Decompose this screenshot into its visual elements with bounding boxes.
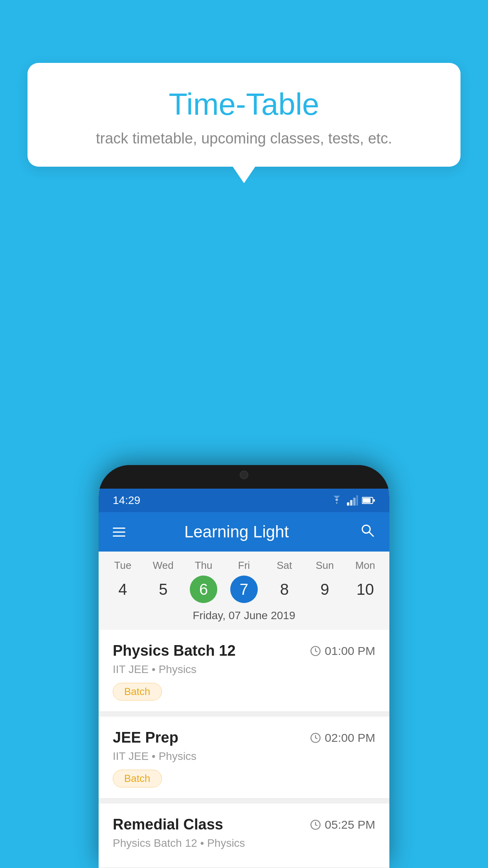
day-col-sun[interactable]: Sun9 <box>307 559 343 603</box>
day-col-sat[interactable]: Sat8 <box>267 559 302 603</box>
day-name: Mon <box>355 559 375 572</box>
item-time: 02:00 PM <box>310 731 375 745</box>
day-col-wed[interactable]: Wed5 <box>145 559 181 603</box>
day-name: Fri <box>238 559 250 572</box>
status-icons <box>330 495 375 506</box>
day-number[interactable]: 10 <box>351 576 379 603</box>
item-header: Physics Batch 12 01:00 PM <box>113 642 375 659</box>
menu-icon[interactable] <box>113 528 125 537</box>
svg-rect-3 <box>356 495 358 506</box>
clock-icon <box>310 819 321 830</box>
day-number[interactable]: 9 <box>311 576 339 603</box>
schedule-list: Physics Batch 12 01:00 PM IIT JEE • Phys… <box>99 630 389 868</box>
day-number[interactable]: 7 <box>230 576 258 603</box>
day-name: Sun <box>316 559 334 572</box>
clock-icon <box>310 645 321 657</box>
svg-rect-0 <box>347 502 349 506</box>
search-icon[interactable] <box>360 522 375 542</box>
phone-mockup: 14:29 <box>99 465 389 868</box>
item-title: JEE Prep <box>113 729 178 746</box>
signal-icon <box>347 495 358 506</box>
status-time: 14:29 <box>113 494 140 507</box>
day-col-tue[interactable]: Tue4 <box>105 559 140 603</box>
day-number[interactable]: 5 <box>149 576 177 603</box>
app-bar: Learning Light <box>99 512 389 552</box>
day-name: Thu <box>195 559 213 572</box>
calendar-bar: Tue4Wed5Thu6Fri7Sat8Sun9Mon10 Friday, 07… <box>99 552 389 630</box>
phone-outer: 14:29 <box>99 465 389 868</box>
tooltip-title: Time-Table <box>51 86 437 122</box>
wifi-icon <box>330 496 343 505</box>
battery-icon <box>362 497 375 504</box>
day-number[interactable]: 4 <box>109 576 136 603</box>
svg-line-8 <box>369 532 374 537</box>
notch <box>216 465 272 482</box>
item-time: 01:00 PM <box>310 644 375 658</box>
day-col-fri[interactable]: Fri7 <box>226 559 262 603</box>
batch-badge: Batch <box>113 770 162 787</box>
day-name: Wed <box>153 559 174 572</box>
day-col-mon[interactable]: Mon10 <box>347 559 383 603</box>
item-meta: Physics Batch 12 • Physics <box>113 837 375 850</box>
item-header: JEE Prep 02:00 PM <box>113 729 375 746</box>
tooltip-card: Time-Table track timetable, upcoming cla… <box>28 63 460 167</box>
day-number[interactable]: 8 <box>271 576 298 603</box>
item-meta: IIT JEE • Physics <box>113 750 375 763</box>
day-name: Tue <box>114 559 132 572</box>
svg-rect-5 <box>363 498 371 503</box>
item-title: Physics Batch 12 <box>113 642 236 659</box>
tooltip-subtitle: track timetable, upcoming classes, tests… <box>51 130 437 147</box>
item-title: Remedial Class <box>113 816 223 833</box>
app-title: Learning Light <box>125 522 348 541</box>
batch-badge: Batch <box>113 683 162 701</box>
svg-point-7 <box>362 525 370 533</box>
selected-date-label: Friday, 07 June 2019 <box>99 603 389 630</box>
front-camera <box>240 471 248 479</box>
day-number[interactable]: 6 <box>190 576 217 603</box>
item-meta: IIT JEE • Physics <box>113 663 375 676</box>
day-name: Sat <box>277 559 292 572</box>
svg-rect-6 <box>373 499 375 502</box>
screen: 14:29 <box>99 489 389 868</box>
item-header: Remedial Class 05:25 PM <box>113 816 375 833</box>
schedule-item-1[interactable]: JEE Prep 02:00 PM IIT JEE • Physics Batc… <box>99 717 389 799</box>
days-row: Tue4Wed5Thu6Fri7Sat8Sun9Mon10 <box>99 559 389 603</box>
day-col-thu[interactable]: Thu6 <box>186 559 221 603</box>
clock-icon <box>310 732 321 743</box>
schedule-item-2[interactable]: Remedial Class 05:25 PM Physics Batch 12… <box>99 804 389 868</box>
item-time: 05:25 PM <box>310 818 375 831</box>
svg-rect-1 <box>350 500 352 506</box>
status-bar: 14:29 <box>99 489 389 512</box>
phone-notch-area <box>99 465 389 489</box>
svg-rect-2 <box>353 498 356 506</box>
schedule-item-0[interactable]: Physics Batch 12 01:00 PM IIT JEE • Phys… <box>99 630 389 712</box>
